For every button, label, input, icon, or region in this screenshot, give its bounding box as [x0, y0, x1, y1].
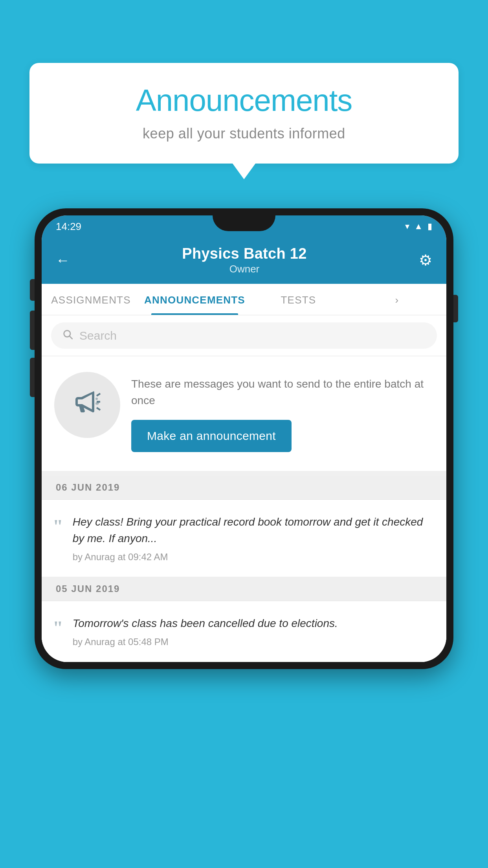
- tab-assignments[interactable]: ASSIGNMENTS: [42, 284, 140, 315]
- megaphone-circle: [54, 372, 120, 438]
- quote-icon-1: ": [53, 517, 63, 536]
- phone-screen: 14:29 ▾ ▲ ▮ ← Physics Batch 12 Owner ⚙: [42, 215, 446, 662]
- svg-line-4: [97, 408, 100, 410]
- announcement-content-2: Tomorrow's class has been cancelled due …: [73, 615, 432, 647]
- speech-bubble: Announcements keep all your students inf…: [29, 63, 459, 164]
- search-container: Search: [42, 315, 446, 356]
- announcement-content-1: Hey class! Bring your practical record b…: [73, 514, 432, 563]
- search-bar[interactable]: Search: [51, 322, 437, 349]
- mute-button: [30, 279, 35, 301]
- megaphone-icon: [73, 388, 101, 422]
- status-bar: 14:29 ▾ ▲ ▮: [42, 215, 446, 237]
- announcement-description: These are messages you want to send to t…: [131, 376, 434, 409]
- tab-bar: ASSIGNMENTS ANNOUNCEMENTS TESTS ›: [42, 284, 446, 315]
- power-button: [453, 295, 458, 322]
- date-separator-1: 06 JUN 2019: [42, 476, 446, 500]
- svg-line-1: [70, 336, 72, 338]
- tab-tests[interactable]: TESTS: [249, 284, 348, 315]
- svg-line-2: [97, 394, 100, 396]
- tab-announcements[interactable]: ANNOUNCEMENTS: [140, 284, 249, 315]
- announcement-text-2: Tomorrow's class has been cancelled due …: [73, 615, 432, 632]
- make-announcement-button[interactable]: Make an announcement: [131, 420, 292, 452]
- bubble-subtitle: keep all your students informed: [53, 125, 435, 142]
- speech-bubble-section: Announcements keep all your students inf…: [29, 63, 459, 164]
- volume-up-button: [30, 311, 35, 350]
- phone-mockup: 14:29 ▾ ▲ ▮ ← Physics Batch 12 Owner ⚙: [35, 208, 453, 669]
- settings-icon[interactable]: ⚙: [419, 252, 432, 269]
- announcement-item-2[interactable]: " Tomorrow's class has been cancelled du…: [42, 601, 446, 662]
- status-time: 14:29: [56, 221, 81, 233]
- announcement-prompt-card: These are messages you want to send to t…: [42, 356, 446, 476]
- signal-icon: ▲: [414, 221, 423, 232]
- search-placeholder: Search: [79, 329, 117, 342]
- back-button[interactable]: ←: [56, 252, 70, 268]
- date-separator-2: 05 JUN 2019: [42, 577, 446, 601]
- announcement-text-1: Hey class! Bring your practical record b…: [73, 514, 432, 547]
- notch: [213, 215, 275, 231]
- announcement-meta-1: by Anurag at 09:42 AM: [73, 552, 432, 563]
- header-subtitle: Owner: [70, 263, 419, 275]
- bubble-title: Announcements: [53, 83, 435, 118]
- announcement-meta-2: by Anurag at 05:48 PM: [73, 636, 432, 647]
- announcement-right: These are messages you want to send to t…: [131, 372, 434, 452]
- app-header: ← Physics Batch 12 Owner ⚙: [42, 237, 446, 284]
- search-icon: [62, 329, 73, 342]
- wifi-icon: ▾: [405, 221, 409, 232]
- battery-icon: ▮: [427, 221, 432, 232]
- tab-more[interactable]: ›: [348, 284, 446, 315]
- phone-body: 14:29 ▾ ▲ ▮ ← Physics Batch 12 Owner ⚙: [35, 208, 453, 669]
- announcement-item-1[interactable]: " Hey class! Bring your practical record…: [42, 500, 446, 577]
- header-title: Physics Batch 12: [70, 245, 419, 262]
- header-center: Physics Batch 12 Owner: [70, 245, 419, 275]
- volume-down-button: [30, 358, 35, 397]
- quote-icon-2: ": [53, 618, 63, 637]
- content-area: Search: [42, 315, 446, 662]
- status-icons: ▾ ▲ ▮: [405, 221, 432, 232]
